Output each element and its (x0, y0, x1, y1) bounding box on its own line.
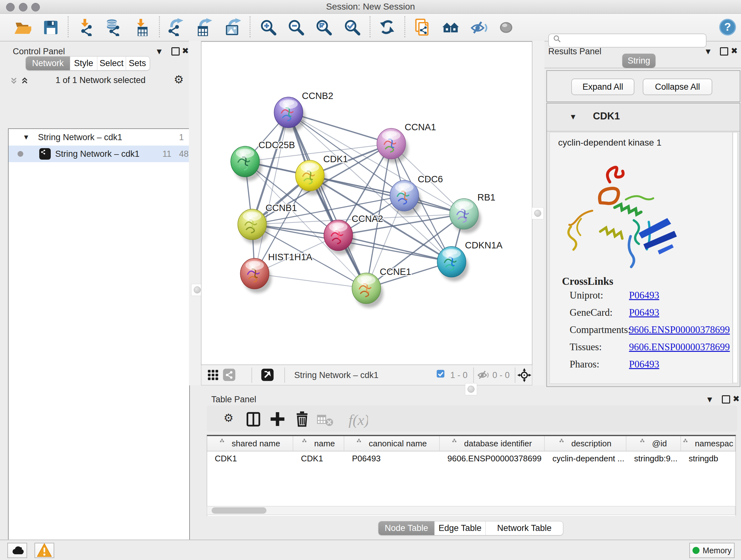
crosslink-value-link[interactable]: P06493 (629, 307, 659, 318)
control-panel-menu-icon[interactable]: ▼ (155, 47, 163, 57)
tab-edge-table[interactable]: Edge Table (434, 521, 486, 535)
column-header-namespac[interactable]: namespac (681, 436, 736, 451)
table-panel-menu-icon[interactable]: ▼ (705, 395, 714, 405)
houses-icon[interactable] (441, 18, 459, 36)
tab-node-table[interactable]: Node Table (379, 521, 434, 535)
export-image-icon[interactable] (223, 18, 241, 36)
node-CDKN1A[interactable]: CDKN1A (437, 240, 502, 281)
control-panel-float-icon[interactable] (172, 47, 180, 56)
export-network-icon[interactable] (166, 18, 184, 36)
open-folder-icon[interactable] (13, 18, 31, 36)
crosslink-value-link[interactable]: P06493 (629, 359, 659, 370)
edge-CCNE1-HIST1H1A[interactable] (255, 273, 366, 288)
network-options-gear-icon[interactable]: ⚙ (172, 73, 186, 89)
delete-table-icon[interactable] (316, 410, 334, 428)
warning-button[interactable] (35, 543, 54, 558)
zoom-in-icon[interactable] (259, 18, 277, 36)
results-panel: Results Panel ▼ ✖ String Expand All Coll… (544, 41, 741, 388)
tab-sets[interactable]: Sets (126, 57, 149, 70)
crosslink-value-link[interactable]: 9606.ENSP00000378699 (629, 341, 730, 353)
results-panel-float-icon[interactable] (720, 47, 728, 56)
memory-button[interactable]: Memory (689, 543, 735, 558)
zoom-selected-icon[interactable] (343, 18, 361, 36)
table-cell[interactable]: P06493 (344, 451, 440, 465)
split-columns-icon[interactable] (245, 410, 262, 428)
import-network-icon[interactable] (77, 18, 95, 36)
edge-CCNB2-HIST1H1A[interactable] (255, 112, 288, 273)
table-panel-float-icon[interactable] (722, 395, 730, 403)
control-panel-close-icon[interactable]: ✖ (182, 46, 189, 56)
network-canvas[interactable]: CCNB2 CCNA1 CDC25B CDK1 CDC6 RB1 CCNB1 (201, 42, 532, 365)
right-splitter-handle[interactable] (532, 207, 544, 219)
column-header-canonical-name[interactable]: canonical name (344, 436, 440, 451)
plus-icon[interactable] (268, 410, 286, 428)
function-icon[interactable]: f(x) (341, 410, 369, 428)
column-header-shared-name[interactable]: shared name (207, 436, 293, 451)
crosslink-value-link[interactable]: 9606.ENSP00000378699 (629, 324, 730, 335)
node-HIST1H1A[interactable]: HIST1H1A (240, 252, 313, 293)
export-table-icon[interactable] (194, 18, 212, 36)
column-header-name[interactable]: name (293, 436, 344, 451)
node-CDC6[interactable]: CDC6 (390, 174, 443, 215)
save-floppy-icon[interactable] (42, 18, 59, 36)
collection-expand-icon[interactable]: ▼ (23, 133, 30, 141)
table-cell[interactable]: stringdb:9... (626, 451, 681, 465)
node-CCNE1[interactable]: CCNE1 (352, 266, 411, 308)
collapse-all-button[interactable]: Collapse All (643, 78, 712, 95)
table-cell[interactable]: CDK1 (207, 451, 293, 465)
import-database-icon[interactable] (105, 18, 122, 36)
results-scrollbar[interactable] (733, 132, 738, 383)
edge-CCNA2-CDKN1A[interactable] (338, 235, 452, 262)
refresh-icon[interactable] (378, 18, 396, 36)
node-table[interactable]: shared name name canonical name database… (207, 435, 736, 516)
fit-crosshair-icon[interactable] (517, 368, 531, 382)
left-splitter[interactable] (189, 41, 201, 385)
node-label-CDK1: CDK1 (323, 154, 348, 164)
table-panel-close-icon[interactable]: ✖ (733, 394, 740, 404)
node-CDK1[interactable]: CDK1 (295, 154, 348, 195)
table-cell[interactable]: 9606.ENSP00000378699 (440, 451, 545, 465)
node-CCNB1[interactable]: CCNB1 (238, 203, 297, 244)
tab-style[interactable]: Style (70, 57, 97, 70)
results-panel-close-icon[interactable]: ✖ (731, 46, 738, 56)
selected-checkbox-icon[interactable] (435, 368, 449, 382)
birdseye-grid-icon[interactable] (206, 368, 220, 382)
crosslink-label: Pharos: (569, 359, 599, 370)
gear-icon[interactable]: ⚙ (220, 410, 238, 428)
table-cell[interactable]: cyclin-dependent ... (545, 451, 626, 465)
table-cell[interactable]: CDK1 (293, 451, 344, 465)
network-row[interactable]: String Network – cdk1 11 48 (9, 145, 189, 162)
node-CDC25B[interactable]: CDC25B (231, 140, 295, 181)
column-header--id[interactable]: @id (626, 436, 681, 451)
node-RB1[interactable]: RB1 (450, 192, 495, 233)
share-document-icon[interactable] (413, 18, 431, 36)
column-header-database-identifier[interactable]: database identifier (440, 436, 545, 451)
column-header-description[interactable]: description (545, 436, 626, 451)
network-collection-row[interactable]: ▼ String Network – cdk1 1 (9, 129, 189, 145)
import-table-icon[interactable] (133, 18, 151, 36)
node-CCNB2[interactable]: CCNB2 (274, 91, 333, 132)
eye-icon[interactable] (497, 18, 515, 36)
hidden-eye-slash-icon[interactable] (476, 368, 490, 382)
table-hscrollbar[interactable] (207, 506, 735, 515)
node-CCNA1[interactable]: CCNA1 (377, 122, 436, 163)
help-button[interactable]: ? (719, 18, 737, 36)
table-hscroll-thumb[interactable] (212, 507, 266, 514)
zoom-out-icon[interactable] (287, 18, 305, 36)
expand-all-button[interactable]: Expand All (571, 78, 634, 95)
zoom-fit-icon[interactable] (315, 18, 333, 36)
tab-string[interactable]: String (622, 54, 656, 68)
crosslink-value-link[interactable]: P06493 (629, 290, 659, 301)
trash-icon[interactable] (293, 410, 311, 428)
cloud-button[interactable] (7, 543, 27, 558)
results-panel-menu-icon[interactable]: ▼ (704, 47, 712, 57)
entry-collapse-icon[interactable]: ▼ (569, 112, 577, 121)
network-node-count: 11 (162, 149, 172, 159)
tab-select[interactable]: Select (97, 57, 126, 70)
eye-slash-icon[interactable] (469, 18, 487, 36)
table-cell[interactable]: stringdb (681, 451, 736, 465)
tab-network[interactable]: Network (26, 57, 70, 70)
share-network-icon[interactable] (222, 368, 237, 382)
open-in-window-icon[interactable] (261, 368, 275, 382)
tab-network-table[interactable]: Network Table (486, 521, 563, 535)
